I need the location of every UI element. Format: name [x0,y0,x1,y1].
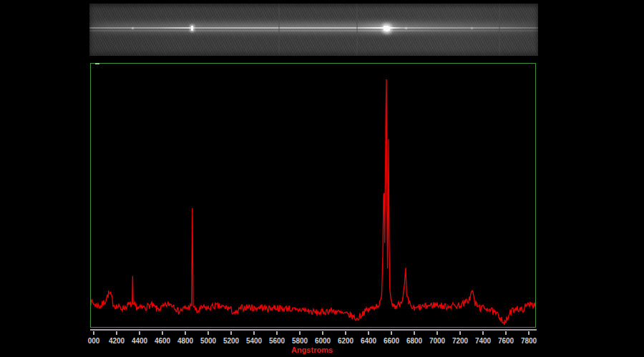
x-tick-label: 5400 [246,337,262,345]
x-tick [253,331,255,335]
x-tick [482,331,484,335]
spectrum-line-chart [91,64,535,327]
x-tick-label: 7200 [452,337,468,345]
x-tick-label: 5000 [200,337,216,345]
x-tick-label: 6000 [315,337,331,345]
x-tick [162,331,163,335]
x-tick-label: 7600 [498,337,514,345]
x-tick-label: 5200 [223,337,239,345]
x-tick-label: 6800 [406,337,422,345]
x-tick-label: 000 [88,337,100,345]
x-tick-label: 4600 [155,337,170,345]
x-tick-label: 4800 [177,337,193,345]
x-tick [139,331,140,335]
x-tick [368,331,369,335]
x-tick [391,331,392,335]
spectrum-strip-image[interactable] [89,4,538,56]
x-tick-label: 5800 [292,337,308,345]
x-tick-label: 6400 [361,337,376,345]
x-tick [116,331,117,335]
x-tick [208,331,209,335]
x-tick [185,331,186,335]
strip-vignette [89,4,538,56]
x-tick [505,331,507,335]
x-tick [345,331,346,335]
x-tick [276,331,278,335]
x-axis-title: Angstroms [291,346,333,354]
x-axis-line [90,329,537,331]
x-tick [459,331,461,335]
x-tick-label: 7400 [475,337,491,345]
x-tick [322,331,323,335]
x-tick-label: 6600 [384,337,399,345]
x-tick-label: 5600 [269,337,285,345]
x-tick [93,331,94,335]
app-window: 0004200440046004800500052005400560058006… [0,0,644,357]
x-tick-label: 6200 [338,337,353,345]
x-tick-label: 4400 [132,337,147,345]
x-tick [436,331,438,335]
x-tick-label: 7800 [521,337,537,345]
x-tick [528,331,530,335]
x-tick-label: 4200 [109,337,125,345]
x-tick [414,331,415,335]
x-tick [230,331,232,335]
border-highlight-artifact [95,63,99,64]
x-tick [299,331,301,335]
spectrum-trace-path [91,79,535,325]
profile-plot-frame[interactable] [90,63,536,328]
x-tick-label: 7000 [429,337,445,345]
